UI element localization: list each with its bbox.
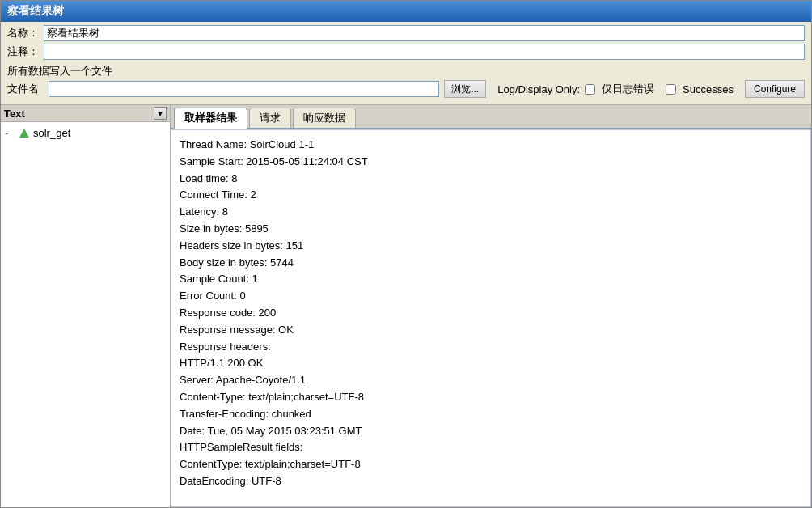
tree-item-solr-get[interactable]: - solr_get [4, 125, 167, 141]
content-line: Content-Type: text/plain;charset=UTF-8 [180, 389, 802, 406]
log-display-label: Log/Display Only: [497, 83, 580, 95]
comment-label: 注释： [7, 44, 44, 59]
content-line: Body size in bytes: 5744 [180, 255, 802, 272]
name-input[interactable] [44, 25, 805, 41]
content-line: HTTPSampleResult fields: [180, 439, 802, 456]
left-header-label: Text [4, 108, 150, 120]
tree-expand-icon: - [6, 129, 15, 138]
title-bar: 察看结果树 [1, 1, 811, 22]
content-line: Date: Tue, 05 May 2015 03:23:51 GMT [180, 423, 802, 440]
left-header: Text ▼ [1, 105, 170, 122]
window-title: 察看结果树 [7, 4, 64, 19]
configure-button[interactable]: Configure [745, 80, 805, 98]
content-line: Load time: 8 [180, 171, 802, 188]
content-line: Response message: OK [180, 322, 802, 339]
browse-button[interactable]: 浏览... [444, 80, 486, 98]
content-line: Headers size in bytes: 151 [180, 238, 802, 255]
content-line: Sample Start: 2015-05-05 11:24:04 CST [180, 154, 802, 171]
successes-checkbox[interactable] [666, 84, 676, 95]
content-line: Latency: 8 [180, 204, 802, 221]
green-triangle [19, 129, 29, 138]
tree-item-label: solr_get [33, 127, 70, 139]
tab-sampler-result[interactable]: 取样器结果 [174, 108, 247, 129]
tab-response-data[interactable]: 响应数据 [293, 108, 356, 128]
comment-row: 注释： [7, 44, 805, 60]
content-line: ContentType: text/plain;charset=UTF-8 [180, 456, 802, 473]
successes-label: Successes [683, 83, 734, 95]
comment-input[interactable] [44, 44, 805, 60]
right-panel: 取样器结果 请求 响应数据 Thread Name: SolrCloud 1-1… [171, 105, 811, 507]
content-line: Size in bytes: 5895 [180, 221, 802, 238]
content-line: DataEncoding: UTF-8 [180, 473, 802, 490]
file-row: 文件名 浏览... Log/Display Only: 仅日志错误 Succes… [7, 80, 805, 98]
content-line: Response code: 200 [180, 305, 802, 322]
content-line: Thread Name: SolrCloud 1-1 [180, 137, 802, 154]
file-label: 文件名 [7, 82, 44, 96]
file-input[interactable] [49, 81, 439, 97]
content-area: Thread Name: SolrCloud 1-1Sample Start: … [171, 129, 811, 507]
tab-request[interactable]: 请求 [249, 108, 291, 128]
content-line: Error Count: 0 [180, 288, 802, 305]
content-line: Sample Count: 1 [180, 271, 802, 288]
dropdown-arrow[interactable]: ▼ [154, 107, 167, 120]
errors-only-checkbox[interactable] [585, 84, 595, 95]
content-line: Connect Time: 2 [180, 187, 802, 204]
main-area: Text ▼ - solr_get 取样器结果 请求 响应数据 [1, 105, 811, 507]
content-line: Server: Apache-Coyote/1.1 [180, 372, 802, 389]
name-label: 名称： [7, 26, 44, 40]
main-window: 察看结果树 名称： 注释： 所有数据写入一个文件 文件名 浏览... Log/D… [0, 0, 812, 508]
content-line: Response headers: [180, 339, 802, 356]
all-data-label: 所有数据写入一个文件 [7, 64, 112, 78]
left-panel: Text ▼ - solr_get [1, 105, 171, 507]
errors-only-label: 仅日志错误 [602, 82, 654, 96]
tabs-bar: 取样器结果 请求 响应数据 [171, 105, 811, 129]
name-row: 名称： [7, 25, 805, 41]
tree-area: - solr_get [1, 122, 170, 507]
content-line: Transfer-Encoding: chunked [180, 406, 802, 423]
content-line: HTTP/1.1 200 OK [180, 355, 802, 372]
triangle-icon [19, 128, 30, 139]
all-data-row: 所有数据写入一个文件 [7, 62, 805, 80]
form-area: 名称： 注释： 所有数据写入一个文件 文件名 浏览... Log/Display… [1, 22, 811, 105]
